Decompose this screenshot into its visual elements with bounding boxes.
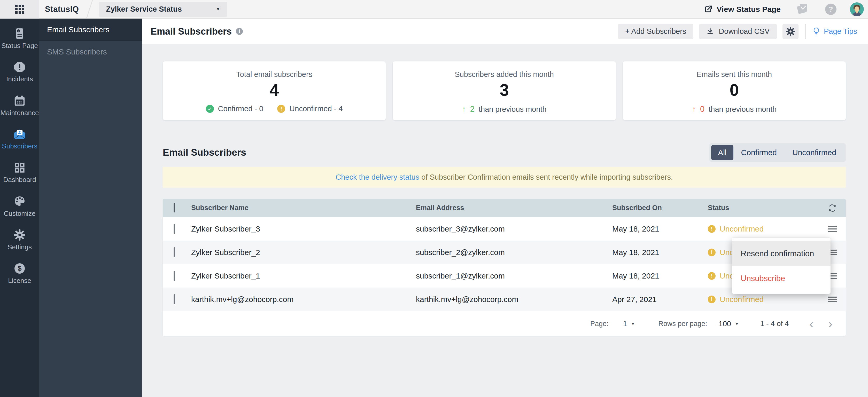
add-subscribers-button[interactable]: + Add Subscribers [618, 24, 693, 39]
stat-card-total: Total email subscribers 4 ✓ Confirmed - … [163, 61, 386, 120]
stat-card-value: 4 [163, 82, 386, 98]
header-divider [805, 24, 806, 39]
external-link-icon [704, 5, 712, 14]
section-row: Email Subscribers All Confirmed Unconfir… [163, 143, 846, 162]
sidebar-item-customize[interactable]: Customize [0, 193, 39, 220]
row-actions-menu-icon[interactable] [828, 295, 837, 303]
delivery-status-banner: Check the delivery status of Subscriber … [163, 167, 846, 188]
confirmed-count-label: Confirmed - 0 [218, 104, 264, 113]
trend-suffix: than previous month [479, 105, 547, 113]
row-checkbox[interactable] [174, 271, 175, 281]
check-circle-icon: ✓ [206, 105, 214, 113]
view-status-page-button[interactable]: View Status Page [704, 5, 781, 14]
sidebar-item-label: Status Page [1, 42, 38, 50]
svg-text:$: $ [18, 265, 22, 272]
user-avatar[interactable] [850, 2, 864, 16]
table-header-row: Subscriber Name Email Address Subscribed… [163, 199, 846, 217]
exclamation-circle-icon: ! [708, 249, 716, 256]
row-actions-menu-icon[interactable] [828, 225, 837, 233]
incidents-icon [14, 62, 25, 72]
menu-item-unsubscribe[interactable]: Unsubscribe [732, 266, 831, 291]
sidebar-item-dashboard[interactable]: Dashboard [0, 160, 39, 186]
sidebar-item-label: License [8, 277, 31, 285]
subscriber-email: subscriber_2@zylker.com [416, 248, 612, 257]
tab-label: All [718, 148, 726, 157]
row-checkbox[interactable] [174, 224, 175, 234]
column-email-address: Email Address [416, 204, 612, 212]
subscriber-settings-button[interactable] [782, 24, 799, 39]
service-selector-dropdown[interactable]: Zylker Service Status ▼ [99, 2, 227, 17]
page-tips-button[interactable]: Page Tips [812, 27, 861, 36]
sidebar-item-license[interactable]: $ License [0, 260, 39, 287]
subscribers-submenu: Email Subscribers SMS Subscribers [39, 19, 142, 397]
stat-card-emails-sent: Emails sent this month 0 ↑ 0 than previo… [623, 61, 846, 120]
subscriber-name: karthik.mv+lg@zohocorp.com [191, 295, 416, 304]
tab-all[interactable]: All [711, 145, 733, 160]
tasks-checklist-icon [796, 3, 809, 15]
subscribers-icon [13, 129, 26, 140]
submenu-item-email-subscribers[interactable]: Email Subscribers [39, 19, 142, 41]
page-header: Email Subscribers i + Add Subscribers [142, 19, 868, 44]
trend-suffix: than previous month [709, 105, 777, 113]
app-launcher-button[interactable] [0, 0, 39, 19]
sidebar-item-label: Incidents [6, 75, 33, 83]
service-selector-value: Zylker Service Status [106, 5, 182, 13]
next-page-button[interactable]: › [829, 318, 832, 330]
page-value: 1 [623, 320, 627, 328]
rows-per-page-select[interactable]: 100▼ [719, 320, 739, 328]
row-checkbox[interactable] [174, 247, 175, 257]
stat-card-title: Emails sent this month [623, 70, 846, 79]
waffle-icon [15, 5, 24, 14]
column-status: Status [708, 204, 819, 212]
status-badge: ! Unconfirmed [708, 225, 819, 233]
select-all-checkbox[interactable] [174, 203, 175, 212]
page-select[interactable]: 1▼ [623, 320, 635, 328]
maintenance-icon [14, 95, 25, 106]
trend-delta: 2 [470, 104, 474, 114]
check-delivery-status-link[interactable]: Check the delivery status [336, 173, 419, 181]
stat-card-footer: ✓ Confirmed - 0 ! Unconfirmed - 4 [163, 104, 386, 113]
download-csv-label: Download CSV [719, 27, 770, 36]
menu-item-resend-confirmation[interactable]: Resend confirmation [732, 241, 831, 266]
row-actions-context-menu: Resend confirmation Unsubscribe [732, 238, 831, 294]
sidebar-item-settings[interactable]: Settings [0, 227, 39, 254]
sidebar-item-label: Customize [4, 209, 36, 218]
stat-card-value: 0 [623, 82, 846, 98]
pagination-range: 1 - 4 of 4 [760, 320, 789, 328]
menu-item-label: Resend confirmation [741, 249, 814, 258]
sidebar-item-subscribers[interactable]: Subscribers [0, 126, 39, 153]
table-row: Zylker Subscriber_3 subscriber_3@zylker.… [163, 217, 846, 240]
submenu-item-sms-subscribers[interactable]: SMS Subscribers [39, 41, 142, 63]
sidebar-item-incidents[interactable]: Incidents [0, 59, 39, 86]
submenu-item-label: Email Subscribers [47, 25, 110, 34]
trend-delta: 0 [700, 104, 705, 114]
info-icon[interactable]: i [236, 28, 243, 35]
stat-card-footer: ↑ 2 than previous month [393, 104, 616, 114]
row-checkbox[interactable] [174, 294, 175, 304]
download-csv-button[interactable]: Download CSV [699, 24, 777, 39]
chevron-down-icon: ▼ [216, 7, 220, 12]
tab-unconfirmed[interactable]: Unconfirmed [784, 145, 844, 160]
sidebar-item-maintenance[interactable]: Maintenance [0, 92, 39, 119]
sidebar-item-status-page[interactable]: Status Page [0, 25, 39, 52]
page-label: Page: [590, 320, 609, 328]
status-filter-tabs: All Confirmed Unconfirmed [709, 143, 846, 162]
pagination-bar: Page: 1▼ Rows per page: 100▼ 1 - 4 of 4 … [163, 311, 846, 336]
download-icon [706, 28, 714, 35]
section-title: Email Subscribers [163, 147, 246, 158]
help-button[interactable]: ? [825, 4, 836, 15]
tasks-checklist-button[interactable] [796, 3, 809, 16]
stat-card-added: Subscribers added this month 3 ↑ 2 than … [393, 61, 616, 120]
app-logo: StatusIQ [45, 5, 79, 14]
subscribed-date: May 18, 2021 [612, 248, 708, 257]
tab-confirmed[interactable]: Confirmed [734, 145, 784, 160]
refresh-button[interactable] [819, 204, 846, 212]
stat-cards: Total email subscribers 4 ✓ Confirmed - … [163, 61, 846, 120]
topbar-right: View Status Page ? [704, 2, 868, 16]
license-dollar-icon: $ [14, 263, 25, 274]
sidebar-rail: Status Page Incidents [0, 19, 39, 397]
previous-page-button[interactable]: ‹ [809, 318, 813, 330]
triangle-down-icon: ▼ [631, 321, 635, 326]
exclamation-circle-icon: ! [708, 225, 716, 233]
submenu-item-label: SMS Subscribers [47, 47, 107, 56]
